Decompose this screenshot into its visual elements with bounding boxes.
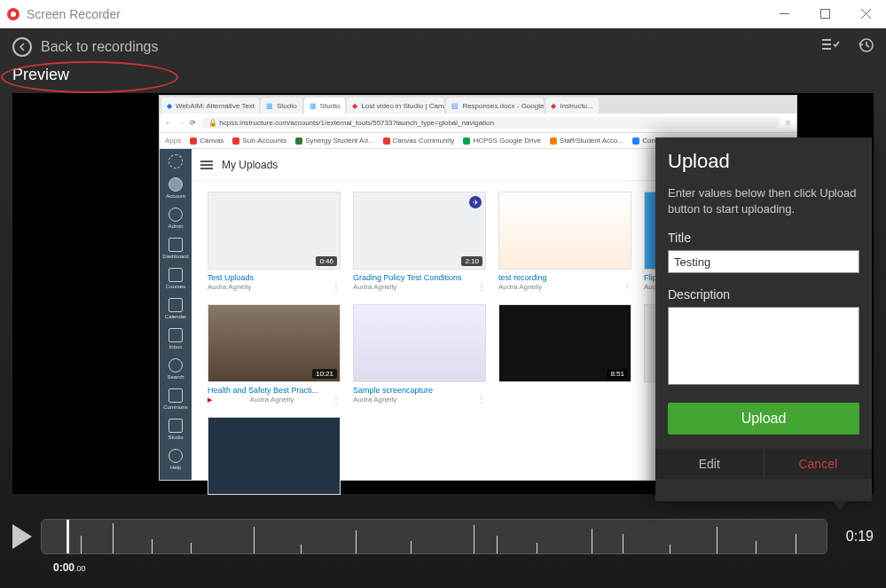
card-menu-icon: ⋮ <box>332 395 341 404</box>
total-duration: 0:19 <box>836 529 874 545</box>
browser-tab: ▤Responses.docx - Google Docs <box>446 98 544 114</box>
lock-icon: 🔒 <box>208 119 217 127</box>
preview-heading: Preview <box>0 66 886 93</box>
bookmark: HCPSS Google Drive <box>463 137 540 145</box>
svg-rect-5 <box>822 43 831 45</box>
canvas-nav: Account Admin Dashboard Courses Calendar… <box>160 149 192 480</box>
upload-button[interactable]: Upload <box>668 403 859 435</box>
nav-search: Search <box>167 358 184 380</box>
browser-tab-active: ▦Studio <box>304 98 346 114</box>
nav-account: Account <box>166 177 185 199</box>
panel-pointer-icon <box>831 500 849 509</box>
bookmark: Canvas <box>190 137 223 145</box>
card-menu-icon: ⋮ <box>332 282 341 292</box>
svg-rect-1 <box>820 10 829 19</box>
bookmark: Staff/Student Acco... <box>550 137 623 145</box>
app-toolbar: Back to recordings <box>0 28 886 66</box>
upload-heading: Upload <box>668 150 859 173</box>
video-card: ✈2:10 Grading Policy Test Conditions Aud… <box>353 192 486 292</box>
timeline-scrubber[interactable] <box>41 519 827 554</box>
video-card: 0:46 Test Uploads Audra Agnelly⋮ <box>208 192 341 292</box>
back-to-recordings-button[interactable]: Back to recordings <box>12 37 159 57</box>
edit-button[interactable]: Edit <box>655 449 764 479</box>
card-menu-icon: ⋮ <box>477 395 486 404</box>
bookmark: Synergy Student Ad... <box>295 137 373 145</box>
browser-tab: ◆WebAIM: Alternative Text <box>161 98 259 114</box>
nav-dashboard: Dashboard <box>162 238 188 259</box>
window-title: Screen Recorder <box>27 7 764 21</box>
app-window: Screen Recorder Back to recordings <box>0 0 886 588</box>
hamburger-icon <box>200 161 213 169</box>
card-menu-icon: ⋮ <box>623 282 631 292</box>
nav-commons: Commons <box>163 388 187 410</box>
browser-tab: ◆Lost video in Studio | Canvas LM... <box>347 98 444 114</box>
title-input[interactable] <box>668 250 859 273</box>
nav-inbox: Inbox <box>169 328 183 349</box>
nav-back-icon: ← <box>165 119 172 127</box>
maximize-button[interactable] <box>804 0 845 28</box>
bookmark: Sub-Accounts <box>232 137 286 145</box>
upload-help-text: Enter values below then click Upload but… <box>668 185 859 216</box>
bookmark: Canvas Community <box>383 137 455 145</box>
svg-rect-4 <box>822 39 831 41</box>
play-button[interactable] <box>12 524 32 549</box>
cancel-button[interactable]: Cancel <box>764 449 873 479</box>
checklist-icon[interactable] <box>822 37 840 58</box>
nav-calendar: Calendar <box>165 298 186 319</box>
back-arrow-icon <box>12 37 32 57</box>
apps-label: Apps <box>165 137 181 145</box>
titlebar: Screen Recorder <box>0 0 886 28</box>
browser-addressbar: ← → ⟳ 🔒 hcpss.instructure.com/accounts/1… <box>160 114 796 133</box>
share-badge-icon: ✈ <box>469 196 482 208</box>
nav-fwd-icon: → <box>177 119 184 127</box>
video-card <box>208 417 341 495</box>
nav-admin: Admin <box>168 208 183 229</box>
video-card: 8:51 <box>498 304 631 404</box>
nav-help: Help <box>169 449 183 470</box>
video-card: 10:21 Health and Safety Best Practi... ▶… <box>208 304 341 404</box>
playhead-marker[interactable] <box>67 519 69 554</box>
title-label: Title <box>668 231 859 245</box>
svg-rect-6 <box>822 48 831 50</box>
upload-panel: Upload Enter values below then click Upl… <box>655 137 872 501</box>
current-time: 0:00.00 <box>12 558 874 574</box>
reload-icon: ⟳ <box>190 119 196 127</box>
youtube-icon: ▶ <box>208 396 212 404</box>
description-input[interactable] <box>668 307 859 385</box>
browser-tabstrip: ◆WebAIM: Alternative Text ▦Studio ▦Studi… <box>160 96 796 114</box>
minimize-button[interactable] <box>764 0 804 28</box>
star-icon: ☆ <box>785 119 791 127</box>
back-label: Back to recordings <box>41 39 159 55</box>
nav-studio: Studio <box>168 419 183 440</box>
close-button[interactable] <box>845 0 886 28</box>
browser-tab: ▦Studio <box>261 98 302 114</box>
browser-tab: ◆Instructu... <box>545 98 598 114</box>
card-menu-icon: ⋮ <box>477 282 486 292</box>
player-bar: 0:19 0:00.00 <box>0 510 886 588</box>
preview-stage: ◆WebAIM: Alternative Text ▦Studio ▦Studi… <box>12 93 874 494</box>
nav-courses: Courses <box>166 268 185 289</box>
history-icon[interactable] <box>858 37 874 58</box>
description-label: Description <box>668 287 859 302</box>
page-title: My Uploads <box>222 159 278 171</box>
content-area: Back to recordings Preview ◆WebAIM: Alte… <box>0 28 886 588</box>
canvas-logo <box>169 154 183 169</box>
video-card: test recording Audra Agnelly⋮ <box>498 192 631 292</box>
app-icon <box>7 8 20 20</box>
video-card: Sample screencapture Audra Agnelly⋮ <box>353 304 486 404</box>
